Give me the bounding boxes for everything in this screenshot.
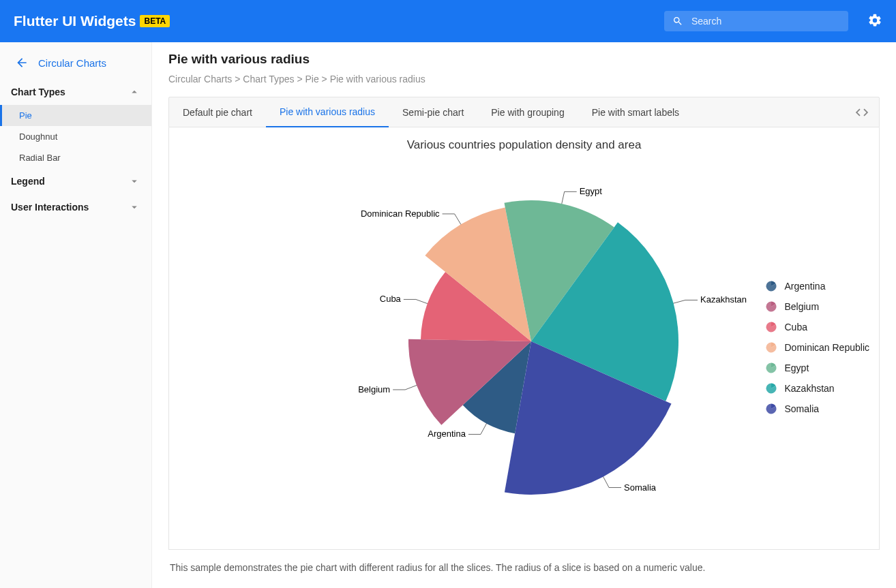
code-icon (854, 105, 869, 120)
sidebar-item-pie[interactable]: Pie (0, 105, 151, 126)
pie-icon (765, 403, 777, 415)
chevron-up-icon (128, 86, 140, 98)
legend-item[interactable]: Egypt (765, 362, 869, 374)
slice-label: Egypt (579, 186, 602, 196)
slice-label: Argentina (428, 429, 466, 439)
legend-item[interactable]: Cuba (765, 321, 869, 333)
app-header: Flutter UI Widgets BETA (0, 0, 896, 42)
legend-label: Egypt (784, 362, 809, 373)
tab-semi-pie-chart[interactable]: Semi-pie chart (389, 98, 477, 127)
pie-icon (765, 280, 777, 292)
tab-pie-with-various-radius[interactable]: Pie with various radius (266, 97, 389, 127)
sidebar: Circular Charts Chart Types Pie Doughnut… (0, 42, 152, 588)
pie-icon (765, 341, 777, 354)
legend-item[interactable]: Belgium (765, 300, 869, 313)
chart-title: Various countries population density and… (169, 127, 879, 157)
chevron-down-icon (128, 201, 140, 213)
sidebar-section-header-chart-types[interactable]: Chart Types (0, 79, 151, 105)
slice-label: Somalia (624, 482, 657, 493)
chart-stage: ArgentinaBelgiumCubaDominican RepublicEg… (169, 157, 879, 539)
code-toggle-button[interactable] (845, 105, 879, 120)
pie-icon (765, 321, 777, 333)
back-arrow-icon[interactable] (15, 56, 29, 69)
search-input[interactable] (691, 16, 840, 27)
legend-item[interactable]: Kazakhstan (765, 382, 869, 394)
legend-item[interactable]: Argentina (765, 280, 869, 292)
pie-icon (765, 362, 777, 374)
legend-label: Cuba (784, 322, 807, 332)
sidebar-section-legend: Legend (0, 168, 151, 194)
settings-button[interactable] (867, 13, 882, 30)
search-icon (672, 15, 683, 27)
sidebar-header: Circular Charts (0, 52, 151, 79)
sidebar-section-label: Chart Types (11, 87, 65, 97)
legend-item[interactable]: Dominican Republic (765, 341, 869, 354)
slice-label: Cuba (379, 294, 401, 304)
sidebar-section-header-user-interactions[interactable]: User Interactions (0, 194, 151, 220)
beta-badge: BETA (140, 15, 170, 27)
legend-item[interactable]: Somalia (765, 403, 869, 415)
chevron-down-icon (128, 175, 140, 187)
pie-icon (765, 382, 777, 394)
sidebar-section-user-interactions: User Interactions (0, 194, 151, 220)
sidebar-item-radial-bar[interactable]: Radial Bar (0, 147, 151, 168)
gear-icon (867, 13, 882, 28)
legend-label: Kazakhstan (784, 383, 834, 394)
slice-label: Belgium (358, 384, 390, 394)
sidebar-section-label: User Interactions (11, 202, 89, 213)
chart-legend: ArgentinaBelgiumCubaDominican RepublicEg… (765, 280, 869, 423)
tab-default-pie-chart[interactable]: Default pie chart (169, 98, 266, 127)
breadcrumb: Circular Charts > Chart Types > Pie > Pi… (168, 74, 880, 84)
search-container[interactable] (664, 11, 848, 31)
sidebar-title[interactable]: Circular Charts (38, 57, 106, 69)
chart-description: This sample demonstrates the pie chart w… (168, 550, 880, 585)
legend-label: Dominican Republic (784, 342, 869, 353)
legend-label: Somalia (784, 403, 819, 414)
slice-label: Kazakhstan (700, 294, 747, 305)
tab-pie-with-smart-labels[interactable]: Pie with smart labels (578, 98, 693, 127)
slice-label: Dominican Republic (360, 208, 439, 219)
tab-pie-with-grouping[interactable]: Pie with grouping (477, 98, 578, 127)
chart-panel: Various countries population density and… (168, 127, 880, 550)
pie-icon (765, 300, 777, 313)
app-title: Flutter UI Widgets (14, 13, 136, 29)
main-content: Pie with various radius Circular Charts … (152, 42, 896, 588)
legend-label: Belgium (784, 301, 819, 312)
pie-chart: ArgentinaBelgiumCubaDominican RepublicEg… (218, 157, 831, 525)
tab-strip: Default pie chart Pie with various radiu… (168, 97, 880, 127)
page-title: Pie with various radius (168, 52, 880, 67)
legend-label: Argentina (784, 281, 825, 292)
sidebar-section-chart-types: Chart Types Pie Doughnut Radial Bar (0, 79, 151, 168)
sidebar-section-label: Legend (11, 176, 45, 187)
sidebar-section-header-legend[interactable]: Legend (0, 168, 151, 194)
sidebar-item-doughnut[interactable]: Doughnut (0, 126, 151, 147)
